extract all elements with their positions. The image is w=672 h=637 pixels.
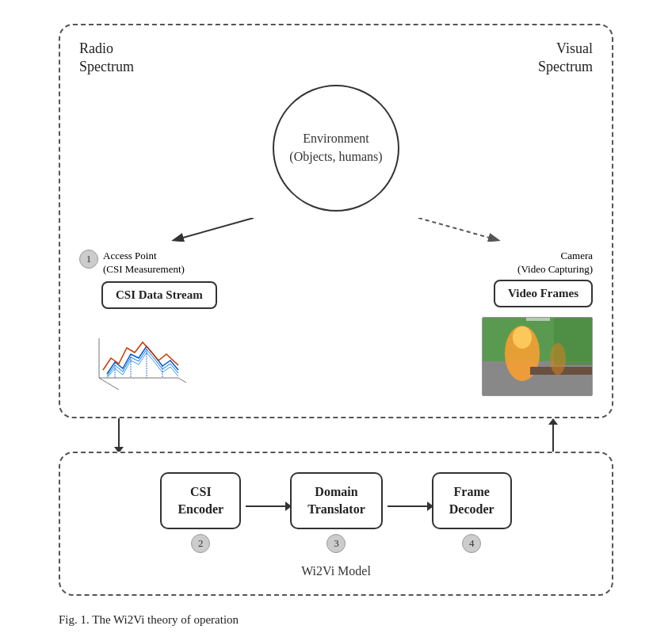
badge-4-row: 4 [462,534,481,553]
right-arrowhead [548,418,558,425]
csi-encoder-box: CSI Encoder [160,472,241,530]
model-boxes-row: CSI Encoder 2 Domain Translator 3 [84,472,588,554]
csi-encoder-wrapper: CSI Encoder 2 [160,472,241,554]
right-col: Camera (Video Capturing) Video Frames [418,250,593,396]
right-arrow-line [552,425,554,453]
left-connector [114,418,124,453]
frame-decoder-wrapper: Frame Decoder 4 [432,472,512,554]
figure-caption: Fig. 1. The Wi2Vi theory of operation [59,613,613,627]
outer-container: Radio Spectrum Visual Spectrum Environme… [59,24,613,596]
badge-4: 4 [462,534,481,553]
left-arrow-line [118,418,120,447]
access-point-row: 1 Access Point (CSI Measurement) [79,250,185,277]
top-section: Radio Spectrum Visual Spectrum Environme… [59,24,613,418]
bottom-section: CSI Encoder 2 Domain Translator 3 [59,452,613,597]
right-arrow-svg [371,218,545,242]
camera-label: Camera (Video Capturing) [517,250,593,277]
left-arrow-svg [127,218,301,242]
middle-row: 1 Access Point (CSI Measurement) CSI Dat… [79,250,593,398]
badge-3: 3 [326,534,346,553]
environment-circle: Environment (Objects, humans) [273,85,399,212]
connector-arrows [59,418,613,453]
badge-2: 2 [191,534,210,553]
arrow-csi-to-domain [241,505,290,507]
svg-point-17 [550,343,566,375]
csi-chart-svg [91,322,186,394]
badge-3-row: 3 [326,534,346,553]
video-frames-box: Video Frames [494,280,593,307]
video-svg [483,318,593,396]
svg-rect-15 [526,318,550,321]
svg-point-13 [513,326,532,349]
video-image [482,317,593,396]
svg-rect-11 [483,361,593,396]
environment-text: Environment (Objects, humans) [289,130,382,166]
svg-line-1 [418,218,498,240]
frame-decoder-box: Frame Decoder [432,472,512,530]
right-connector [548,418,558,453]
csi-data-stream-box: CSI Data Stream [101,281,217,309]
visual-spectrum-label: Visual Spectrum [538,40,593,77]
arrow-right-line-2 [388,505,427,507]
center-col [254,250,418,281]
arrow-domain-to-frame [383,505,432,507]
domain-translator-wrapper: Domain Translator 3 [290,472,383,554]
access-point-label: Access Point (CSI Measurement) [103,250,185,277]
csi-chart [87,318,190,398]
domain-translator-box: Domain Translator [290,472,383,530]
svg-line-0 [174,218,254,240]
svg-line-5 [178,378,186,390]
radio-spectrum-label: Radio Spectrum [79,40,134,77]
left-col: 1 Access Point (CSI Measurement) CSI Dat… [79,250,254,398]
badge-2-row: 2 [191,534,210,553]
badge-1: 1 [79,250,98,269]
wi2vi-label: Wi2Vi Model [84,564,588,578]
svg-line-4 [99,378,119,390]
main-diagram: Radio Spectrum Visual Spectrum Environme… [48,24,624,627]
labels-row: Radio Spectrum Visual Spectrum [79,40,593,77]
arrow-right-line-1 [246,505,285,507]
